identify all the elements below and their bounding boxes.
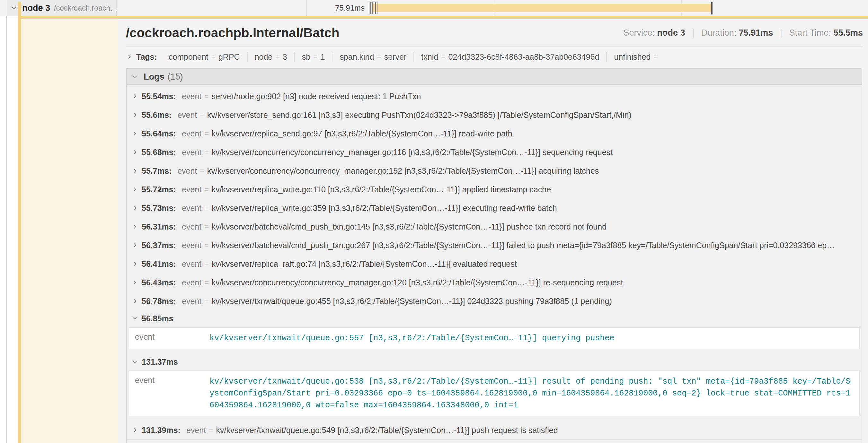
- chevron-down-icon: [131, 73, 138, 80]
- equals-sign: =: [204, 278, 209, 287]
- log-field-value: kv/kvserver/txnwait/queue.go:557 [n3,s3,…: [210, 332, 859, 344]
- span-meta: Service: node 3 | Duration: 75.91ms | St…: [623, 28, 863, 38]
- logs-header[interactable]: Logs (15): [127, 69, 862, 85]
- log-row-expanded-header[interactable]: 131.37ms: [127, 354, 862, 370]
- tag-item: component = gRPC: [162, 52, 247, 62]
- operation-title: /cockroach.roachpb.Internal/Batch: [126, 26, 340, 40]
- log-field-key: event: [186, 426, 206, 435]
- log-field-key: event: [182, 148, 202, 157]
- log-row[interactable]: 56.41ms: event = kv/kvserver/replica_raf…: [127, 254, 862, 273]
- equals-sign: =: [204, 260, 209, 268]
- log-entry-expanded: 131.37ms event kv/kvserver/txnwait/queue…: [127, 354, 862, 416]
- equals-sign: =: [209, 53, 218, 61]
- tag-key: txnid: [421, 52, 438, 62]
- chevron-down-icon[interactable]: [10, 4, 18, 12]
- equals-sign: =: [200, 111, 204, 120]
- chevron-right-icon: [131, 427, 138, 434]
- log-marker-ticks: [369, 2, 377, 14]
- duration-label: Duration:: [701, 28, 737, 38]
- log-row[interactable]: 55.73ms: event = kv/kvserver/replica_wri…: [127, 199, 862, 217]
- tag-key: node: [255, 52, 273, 62]
- equals-sign: =: [204, 204, 209, 212]
- chevron-right-icon[interactable]: [126, 53, 133, 60]
- log-row[interactable]: 55.72ms: event = kv/kvserver/replica_wri…: [127, 180, 862, 199]
- log-row[interactable]: 56.78ms: event = kv/kvserver/txnwait/que…: [127, 292, 862, 310]
- tag-value: server: [384, 52, 406, 62]
- log-timestamp: 55.54ms:: [142, 92, 176, 101]
- logs-list: 55.54ms: event = server/node.go:902 [n3]…: [127, 85, 862, 440]
- equals-sign: =: [204, 223, 209, 231]
- meta-divider: |: [687, 28, 699, 38]
- tag-item: node = 3: [247, 52, 294, 62]
- log-field-table: event kv/kvserver/txnwait/queue.go:538 […: [128, 370, 860, 416]
- log-timestamp: 56.78ms:: [142, 297, 176, 306]
- chevron-right-icon: [131, 186, 138, 193]
- tag-item: span.kind = server: [332, 52, 413, 62]
- log-field-key: event: [182, 185, 202, 194]
- log-row[interactable]: 55.68ms: event = kv/kvserver/concurrency…: [127, 143, 862, 162]
- log-timestamp: 55.68ms:: [142, 148, 176, 157]
- log-field-key: event: [182, 241, 202, 250]
- chevron-right-icon: [131, 167, 138, 174]
- chevron-right-icon: [131, 204, 138, 211]
- log-row[interactable]: 55.54ms: event = server/node.go:902 [n3]…: [127, 87, 862, 106]
- log-row[interactable]: 56.37ms: event = kv/kvserver/batcheval/c…: [127, 236, 862, 254]
- span-detail-panel: /cockroach.roachpb.Internal/Batch Servic…: [118, 19, 868, 443]
- logs-footer-note: Log timestamps are relative to the start…: [127, 440, 862, 443]
- span-name-cell[interactable]: node 3 /cockroach.roach…: [7, 0, 117, 16]
- chevron-right-icon: [131, 279, 138, 286]
- log-message: kv/kvserver/concurrency/concurrency_mana…: [212, 148, 613, 157]
- log-timestamp: 55.64ms:: [142, 129, 176, 138]
- span-indent-tint-column: [21, 19, 118, 443]
- span-bar[interactable]: [372, 4, 712, 12]
- span-duration-label: 75.91ms: [307, 0, 365, 16]
- detail-top-accent-border: [18, 16, 868, 19]
- tag-key: unfinished: [614, 52, 651, 62]
- equals-sign: =: [310, 53, 320, 61]
- log-row[interactable]: 55.6ms: event = kv/kvserver/store_send.g…: [127, 106, 862, 124]
- log-timestamp: 131.37ms: [142, 357, 178, 367]
- log-entry-expanded: 56.85ms event kv/kvserver/txnwait/queue.…: [127, 310, 862, 349]
- log-row[interactable]: 131.39ms: event = kv/kvserver/txnwait/qu…: [127, 421, 862, 440]
- log-field-table: event kv/kvserver/txnwait/queue.go:557 […: [128, 327, 860, 349]
- log-row-expanded-header[interactable]: 56.85ms: [127, 310, 862, 327]
- log-timestamp: 55.73ms:: [142, 204, 176, 213]
- log-timestamp: 55.6ms:: [142, 110, 172, 120]
- log-field-key: event: [182, 222, 202, 232]
- duration-value: 75.91ms: [739, 28, 773, 38]
- log-field-key: event: [129, 332, 210, 344]
- start-time-value: 55.5ms: [833, 28, 863, 38]
- chevron-right-icon: [131, 260, 138, 267]
- tag-value: gRPC: [218, 52, 240, 62]
- log-field-key: event: [182, 260, 202, 269]
- equals-sign: =: [272, 53, 282, 61]
- tag-key: span.kind: [340, 52, 374, 62]
- log-field-key: event: [182, 278, 202, 287]
- log-row[interactable]: 56.31ms: event = kv/kvserver/batcheval/c…: [127, 217, 862, 236]
- equals-sign: =: [204, 129, 209, 138]
- span-operation-name: /cockroach.roach…: [54, 4, 116, 12]
- log-message: kv/kvserver/txnwait/queue.go:549 [n3,s3,…: [216, 426, 558, 435]
- log-timestamp: 56.37ms:: [142, 241, 176, 250]
- log-field-key: event: [182, 297, 202, 306]
- equals-sign: =: [204, 92, 209, 101]
- tags-label: Tags:: [136, 52, 157, 62]
- log-row[interactable]: 55.64ms: event = kv/kvserver/replica_sen…: [127, 124, 862, 143]
- log-message: kv/kvserver/concurrency/concurrency_mana…: [212, 278, 623, 287]
- equals-sign: =: [374, 53, 384, 61]
- log-row[interactable]: 55.7ms: event = kv/kvserver/concurrency/…: [127, 162, 862, 180]
- equals-sign: =: [204, 185, 209, 194]
- equals-sign: =: [651, 53, 660, 61]
- tag-item: sb = 1: [294, 52, 332, 62]
- equals-sign: =: [204, 297, 209, 306]
- log-field-key: event: [177, 166, 197, 176]
- log-message: kv/kvserver/batcheval/cmd_push_txn.go:14…: [212, 222, 607, 232]
- tags-row[interactable]: Tags: component = gRPC node = 3 sb = 1 s…: [126, 47, 863, 66]
- log-message: kv/kvserver/replica_write.go:359 [n3,s3,…: [212, 204, 557, 213]
- log-row[interactable]: 56.43ms: event = kv/kvserver/concurrency…: [127, 273, 862, 292]
- logs-title: Logs: [144, 72, 164, 82]
- span-detail-header: /cockroach.roachpb.Internal/Batch Servic…: [126, 24, 863, 46]
- tree-guide-line: [6, 0, 7, 443]
- chevron-right-icon: [131, 93, 138, 100]
- span-service-name: node 3: [22, 3, 50, 13]
